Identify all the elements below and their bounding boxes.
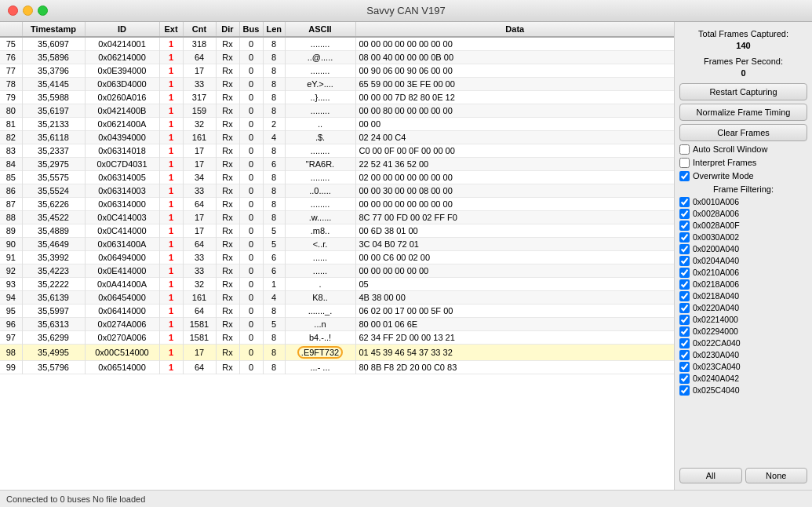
filter-checkbox[interactable] xyxy=(679,362,690,372)
fps-label: Frames Per Second: xyxy=(679,56,807,67)
normalize-frame-timing-button[interactable]: Normalize Frame Timing xyxy=(679,104,807,121)
filter-item: 0x0028A006 xyxy=(679,209,807,219)
filter-item: 0x0204A040 xyxy=(679,256,807,266)
table-row[interactable]: 8435,29750x0C7D4031117Rx06"RA6R.22 52 41… xyxy=(0,158,674,171)
total-frames-label: Total Frames Captured: xyxy=(679,28,807,40)
col-header-dir: Dir xyxy=(216,22,239,37)
col-header-bus: Bus xyxy=(239,22,263,37)
table-row[interactable]: 8535,55750x06314005134Rx08........02 00 … xyxy=(0,171,674,184)
filter-label: 0x0240A042 xyxy=(693,374,739,383)
filter-item: 0x025C4040 xyxy=(679,385,807,396)
table-row[interactable]: 8735,62260x06314000164Rx08........00 00 … xyxy=(0,198,674,211)
table-row[interactable]: 9035,46490x0631400A164Rx05<..r.3C 04 B0 … xyxy=(0,238,674,251)
col-header-len: Len xyxy=(263,22,285,37)
col-header-ext: Ext xyxy=(159,22,183,37)
table-row[interactable]: 9235,42230x0E414000133Rx06......00 00 00… xyxy=(0,264,674,278)
col-header-num xyxy=(0,22,22,37)
data-table-wrapper[interactable]: Timestamp ID Ext Cnt Dir Bus Len ASCII D… xyxy=(0,22,674,490)
interpret-frames-checkbox[interactable] xyxy=(679,158,690,168)
table-row[interactable]: 9435,61390x064540001161Rx04K8..4B 38 00 … xyxy=(0,291,674,305)
filter-item: 0x0030A002 xyxy=(679,232,807,243)
filter-item: 0x023CA040 xyxy=(679,362,807,372)
table-row[interactable]: 8935,48890x0C414000117Rx05.m8..00 6D 38 … xyxy=(0,224,674,238)
filter-label: 0x0230A040 xyxy=(693,350,739,359)
table-row[interactable]: 7735,37960x0E394000117Rx08........00 90 … xyxy=(0,64,674,78)
overwrite-mode-label: Overwrite Mode xyxy=(693,171,754,181)
close-button[interactable] xyxy=(8,5,18,16)
minimize-button[interactable] xyxy=(23,5,33,16)
table-row[interactable]: 8835,45220x0C414003117Rx08.w......8C 77 … xyxy=(0,211,674,224)
data-table: Timestamp ID Ext Cnt Dir Bus Len ASCII D… xyxy=(0,22,674,374)
filter-checkbox[interactable] xyxy=(679,279,690,290)
table-row[interactable]: 7635,58960x06214000164Rx08..@.....08 00 … xyxy=(0,51,674,64)
table-row[interactable]: 8635,55240x06314003133Rx08..0.....00 00 … xyxy=(0,184,674,198)
filter-item: 0x02214000 xyxy=(679,315,807,325)
filter-item: 0x0218A006 xyxy=(679,279,807,290)
table-row[interactable]: 9535,59970x06414000164Rx08......._.06 02… xyxy=(0,305,674,318)
filter-label: 0x0204A040 xyxy=(693,256,739,265)
status-bar: Connected to 0 buses No file loaded xyxy=(0,490,812,507)
filter-checkbox[interactable] xyxy=(679,338,690,348)
filter-item: 0x02294000 xyxy=(679,326,807,337)
col-header-timestamp: Timestamp xyxy=(22,22,85,37)
col-header-ascii: ASCII xyxy=(285,22,355,37)
table-row[interactable]: 9835,49950x00C514000117Rx08.E9FT73201 45… xyxy=(0,345,674,361)
table-row[interactable]: 9635,63130x0274A00611581Rx05...n80 00 01… xyxy=(0,318,674,331)
filter-label: 0x022CA040 xyxy=(693,338,741,348)
filter-label: 0x023CA040 xyxy=(693,362,741,371)
filter-label: 0x0220A040 xyxy=(693,303,739,312)
col-header-data: Data xyxy=(355,22,674,37)
filter-item: 0x0230A040 xyxy=(679,350,807,360)
table-row[interactable]: 8235,61180x043940001161Rx04.$.02 24 00 C… xyxy=(0,131,674,144)
table-row[interactable]: 7535,60970x042140011318Rx08........00 00… xyxy=(0,37,674,51)
filter-label: 0x02214000 xyxy=(693,315,738,324)
title-bar: Savvy CAN V197 xyxy=(0,0,812,22)
auto-scroll-checkbox[interactable] xyxy=(679,144,690,155)
table-row[interactable]: 8035,61970x0421400B1159Rx08........00 00… xyxy=(0,104,674,118)
overwrite-mode-checkbox[interactable] xyxy=(679,171,690,181)
clear-frames-button[interactable]: Clear Frames xyxy=(679,124,807,141)
table-row[interactable]: 9735,62990x0270A00611581Rx08b4.-..!62 34… xyxy=(0,331,674,345)
filter-checkbox[interactable] xyxy=(679,315,690,325)
maximize-button[interactable] xyxy=(38,5,48,16)
filter-checkbox[interactable] xyxy=(679,326,690,337)
auto-scroll-window-row: Auto Scroll Window xyxy=(679,144,807,155)
filter-checkbox[interactable] xyxy=(679,291,690,301)
interpret-frames-row: Interpret Frames xyxy=(679,158,807,168)
filter-checkbox[interactable] xyxy=(679,350,690,360)
filter-label: 0x0218A040 xyxy=(693,291,739,301)
table-row[interactable]: 9335,22220x0A41400A132Rx01.05 xyxy=(0,278,674,291)
filter-label: 0x02294000 xyxy=(693,326,738,336)
table-row[interactable]: 8135,21330x0621400A132Rx02..00 00 xyxy=(0,118,674,131)
sidebar: Total Frames Captured: 140 Frames Per Se… xyxy=(675,22,812,490)
col-header-cnt: Cnt xyxy=(183,22,216,37)
filter-checkbox[interactable] xyxy=(679,197,690,207)
filter-checkbox[interactable] xyxy=(679,232,690,243)
filter-label: 0x0210A006 xyxy=(693,268,739,277)
filter-checkbox[interactable] xyxy=(679,244,690,254)
filter-buttons: All None xyxy=(679,468,807,483)
filter-checkbox[interactable] xyxy=(679,385,690,396)
filter-item: 0x0210A006 xyxy=(679,268,807,278)
interpret-frames-label: Interpret Frames xyxy=(693,158,756,167)
filter-checkbox[interactable] xyxy=(679,268,690,278)
table-header-row: Timestamp ID Ext Cnt Dir Bus Len ASCII D… xyxy=(0,22,674,37)
filter-checkbox[interactable] xyxy=(679,374,690,384)
table-row[interactable]: 7935,59880x0260A0161317Rx08..}.....00 00… xyxy=(0,91,674,104)
filter-checkbox[interactable] xyxy=(679,256,690,266)
traffic-lights xyxy=(8,5,48,16)
table-row[interactable]: 9135,39920x06494000133Rx06......00 00 C6… xyxy=(0,251,674,264)
table-row[interactable]: 7835,41450x063D4000133Rx08eY.>....65 59 … xyxy=(0,78,674,91)
filter-checkbox[interactable] xyxy=(679,303,690,313)
all-button[interactable]: All xyxy=(679,468,742,483)
total-frames-value: 140 xyxy=(679,40,807,52)
table-row[interactable]: 9935,57960x06514000164Rx08...- ...80 8B … xyxy=(0,361,674,374)
filter-checkbox[interactable] xyxy=(679,209,690,219)
filter-label: 0x0028A00F xyxy=(693,221,740,230)
frame-filtering-label: Frame Filtering: xyxy=(679,184,807,194)
table-row[interactable]: 8335,23370x06314018117Rx08........C0 00 … xyxy=(0,144,674,158)
filter-checkbox[interactable] xyxy=(679,221,690,231)
filter-item: 0x0200A040 xyxy=(679,244,807,254)
restart-capturing-button[interactable]: Restart Capturing xyxy=(679,83,807,100)
none-button[interactable]: None xyxy=(745,468,808,483)
